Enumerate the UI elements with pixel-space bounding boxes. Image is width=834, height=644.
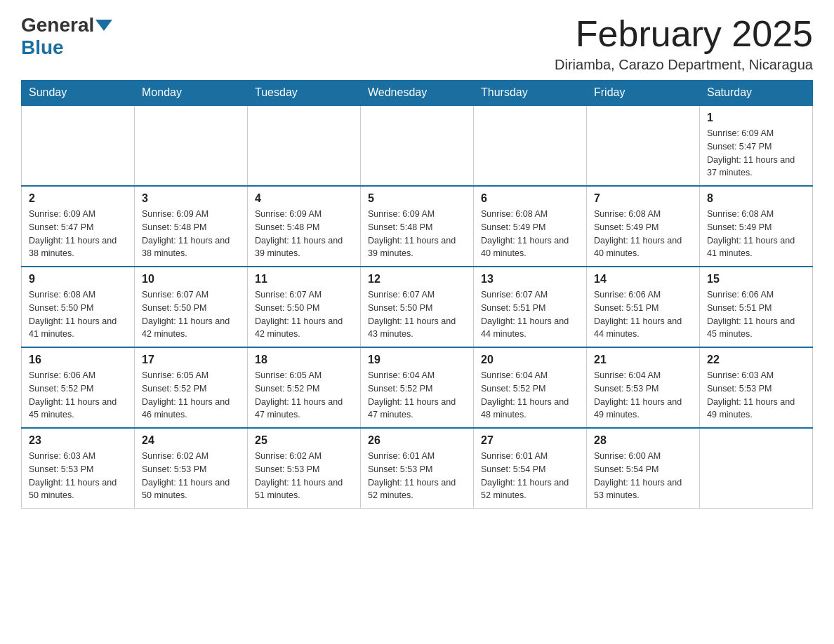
day-number: 18 bbox=[255, 354, 353, 366]
calendar-cell bbox=[248, 105, 361, 186]
day-number: 9 bbox=[29, 273, 127, 286]
column-header-sunday: Sunday bbox=[22, 81, 135, 106]
column-header-saturday: Saturday bbox=[700, 81, 813, 106]
calendar-cell: 15Sunrise: 6:06 AMSunset: 5:51 PMDayligh… bbox=[700, 267, 813, 347]
calendar-cell: 18Sunrise: 6:05 AMSunset: 5:52 PMDayligh… bbox=[248, 347, 361, 428]
calendar-cell: 14Sunrise: 6:06 AMSunset: 5:51 PMDayligh… bbox=[587, 267, 700, 347]
day-number: 24 bbox=[142, 434, 240, 447]
day-number: 28 bbox=[594, 434, 692, 447]
calendar-cell: 21Sunrise: 6:04 AMSunset: 5:53 PMDayligh… bbox=[587, 347, 700, 428]
day-number: 6 bbox=[481, 192, 579, 205]
week-row-4: 16Sunrise: 6:06 AMSunset: 5:52 PMDayligh… bbox=[22, 347, 813, 428]
day-number: 19 bbox=[368, 354, 466, 366]
day-number: 3 bbox=[142, 192, 240, 205]
day-number: 20 bbox=[481, 354, 579, 366]
column-header-friday: Friday bbox=[587, 81, 700, 106]
page-header: General Blue February 2025 Diriamba, Car… bbox=[21, 14, 813, 73]
week-row-5: 23Sunrise: 6:03 AMSunset: 5:53 PMDayligh… bbox=[22, 428, 813, 509]
day-number: 13 bbox=[481, 273, 579, 286]
logo-triangle-icon bbox=[95, 20, 112, 31]
day-number: 22 bbox=[707, 354, 805, 366]
day-info: Sunrise: 6:09 AMSunset: 5:48 PMDaylight:… bbox=[368, 208, 466, 260]
calendar-header-row: SundayMondayTuesdayWednesdayThursdayFrid… bbox=[22, 81, 813, 106]
day-number: 21 bbox=[594, 354, 692, 366]
title-section: February 2025 Diriamba, Carazo Departmen… bbox=[555, 14, 813, 73]
calendar-cell bbox=[135, 105, 248, 186]
calendar-cell: 5Sunrise: 6:09 AMSunset: 5:48 PMDaylight… bbox=[361, 186, 474, 267]
day-info: Sunrise: 6:01 AMSunset: 5:54 PMDaylight:… bbox=[481, 450, 579, 502]
day-info: Sunrise: 6:06 AMSunset: 5:51 PMDaylight:… bbox=[594, 288, 692, 341]
day-number: 12 bbox=[368, 273, 466, 286]
day-number: 23 bbox=[29, 434, 127, 447]
day-number: 15 bbox=[707, 273, 805, 286]
day-info: Sunrise: 6:08 AMSunset: 5:49 PMDaylight:… bbox=[481, 208, 579, 260]
day-info: Sunrise: 6:08 AMSunset: 5:50 PMDaylight:… bbox=[29, 288, 127, 341]
calendar-cell bbox=[587, 105, 700, 186]
calendar-table: SundayMondayTuesdayWednesdayThursdayFrid… bbox=[21, 80, 813, 509]
calendar-cell: 7Sunrise: 6:08 AMSunset: 5:49 PMDaylight… bbox=[587, 186, 700, 267]
calendar-cell: 24Sunrise: 6:02 AMSunset: 5:53 PMDayligh… bbox=[135, 428, 248, 509]
calendar-cell bbox=[22, 105, 135, 186]
day-info: Sunrise: 6:04 AMSunset: 5:52 PMDaylight:… bbox=[368, 369, 466, 422]
column-header-wednesday: Wednesday bbox=[361, 81, 474, 106]
day-info: Sunrise: 6:06 AMSunset: 5:52 PMDaylight:… bbox=[29, 369, 127, 422]
calendar-cell: 1Sunrise: 6:09 AMSunset: 5:47 PMDaylight… bbox=[700, 105, 813, 186]
day-info: Sunrise: 6:05 AMSunset: 5:52 PMDaylight:… bbox=[142, 369, 240, 422]
day-number: 25 bbox=[255, 434, 353, 447]
day-info: Sunrise: 6:09 AMSunset: 5:48 PMDaylight:… bbox=[255, 208, 353, 260]
calendar-cell: 27Sunrise: 6:01 AMSunset: 5:54 PMDayligh… bbox=[474, 428, 587, 509]
day-info: Sunrise: 6:04 AMSunset: 5:53 PMDaylight:… bbox=[594, 369, 692, 422]
day-info: Sunrise: 6:07 AMSunset: 5:50 PMDaylight:… bbox=[368, 288, 466, 341]
day-info: Sunrise: 6:01 AMSunset: 5:53 PMDaylight:… bbox=[368, 450, 466, 502]
day-info: Sunrise: 6:05 AMSunset: 5:52 PMDaylight:… bbox=[255, 369, 353, 422]
day-info: Sunrise: 6:06 AMSunset: 5:51 PMDaylight:… bbox=[707, 288, 805, 341]
calendar-cell: 23Sunrise: 6:03 AMSunset: 5:53 PMDayligh… bbox=[22, 428, 135, 509]
calendar-cell: 26Sunrise: 6:01 AMSunset: 5:53 PMDayligh… bbox=[361, 428, 474, 509]
day-info: Sunrise: 6:08 AMSunset: 5:49 PMDaylight:… bbox=[594, 208, 692, 260]
day-info: Sunrise: 6:07 AMSunset: 5:50 PMDaylight:… bbox=[142, 288, 240, 341]
day-info: Sunrise: 6:00 AMSunset: 5:54 PMDaylight:… bbox=[594, 450, 692, 502]
day-number: 5 bbox=[368, 192, 466, 205]
day-number: 7 bbox=[594, 192, 692, 205]
day-number: 10 bbox=[142, 273, 240, 286]
logo: General Blue bbox=[21, 14, 112, 59]
week-row-1: 1Sunrise: 6:09 AMSunset: 5:47 PMDaylight… bbox=[22, 105, 813, 186]
column-header-tuesday: Tuesday bbox=[248, 81, 361, 106]
day-number: 2 bbox=[29, 192, 127, 205]
calendar-cell: 9Sunrise: 6:08 AMSunset: 5:50 PMDaylight… bbox=[22, 267, 135, 347]
logo-blue-text: Blue bbox=[21, 36, 64, 59]
calendar-cell: 2Sunrise: 6:09 AMSunset: 5:47 PMDaylight… bbox=[22, 186, 135, 267]
calendar-cell: 11Sunrise: 6:07 AMSunset: 5:50 PMDayligh… bbox=[248, 267, 361, 347]
day-number: 8 bbox=[707, 192, 805, 205]
day-number: 27 bbox=[481, 434, 579, 447]
day-info: Sunrise: 6:02 AMSunset: 5:53 PMDaylight:… bbox=[142, 450, 240, 502]
calendar-cell bbox=[700, 428, 813, 509]
day-info: Sunrise: 6:03 AMSunset: 5:53 PMDaylight:… bbox=[707, 369, 805, 422]
logo-general-text: General bbox=[21, 14, 94, 36]
calendar-cell: 16Sunrise: 6:06 AMSunset: 5:52 PMDayligh… bbox=[22, 347, 135, 428]
day-info: Sunrise: 6:08 AMSunset: 5:49 PMDaylight:… bbox=[707, 208, 805, 260]
calendar-cell: 17Sunrise: 6:05 AMSunset: 5:52 PMDayligh… bbox=[135, 347, 248, 428]
day-number: 16 bbox=[29, 354, 127, 366]
month-title: February 2025 bbox=[555, 14, 813, 54]
calendar-cell bbox=[474, 105, 587, 186]
calendar-cell: 4Sunrise: 6:09 AMSunset: 5:48 PMDaylight… bbox=[248, 186, 361, 267]
day-info: Sunrise: 6:02 AMSunset: 5:53 PMDaylight:… bbox=[255, 450, 353, 502]
day-info: Sunrise: 6:09 AMSunset: 5:48 PMDaylight:… bbox=[142, 208, 240, 260]
calendar-cell: 19Sunrise: 6:04 AMSunset: 5:52 PMDayligh… bbox=[361, 347, 474, 428]
week-row-3: 9Sunrise: 6:08 AMSunset: 5:50 PMDaylight… bbox=[22, 267, 813, 347]
day-info: Sunrise: 6:09 AMSunset: 5:47 PMDaylight:… bbox=[29, 208, 127, 260]
column-header-monday: Monday bbox=[135, 81, 248, 106]
day-number: 11 bbox=[255, 273, 353, 286]
day-info: Sunrise: 6:03 AMSunset: 5:53 PMDaylight:… bbox=[29, 450, 127, 502]
calendar-cell: 8Sunrise: 6:08 AMSunset: 5:49 PMDaylight… bbox=[700, 186, 813, 267]
day-info: Sunrise: 6:07 AMSunset: 5:50 PMDaylight:… bbox=[255, 288, 353, 341]
week-row-2: 2Sunrise: 6:09 AMSunset: 5:47 PMDaylight… bbox=[22, 186, 813, 267]
column-header-thursday: Thursday bbox=[474, 81, 587, 106]
day-number: 1 bbox=[707, 112, 805, 124]
day-info: Sunrise: 6:07 AMSunset: 5:51 PMDaylight:… bbox=[481, 288, 579, 341]
calendar-cell bbox=[361, 105, 474, 186]
day-info: Sunrise: 6:09 AMSunset: 5:47 PMDaylight:… bbox=[707, 127, 805, 180]
calendar-cell: 22Sunrise: 6:03 AMSunset: 5:53 PMDayligh… bbox=[700, 347, 813, 428]
calendar-cell: 20Sunrise: 6:04 AMSunset: 5:52 PMDayligh… bbox=[474, 347, 587, 428]
